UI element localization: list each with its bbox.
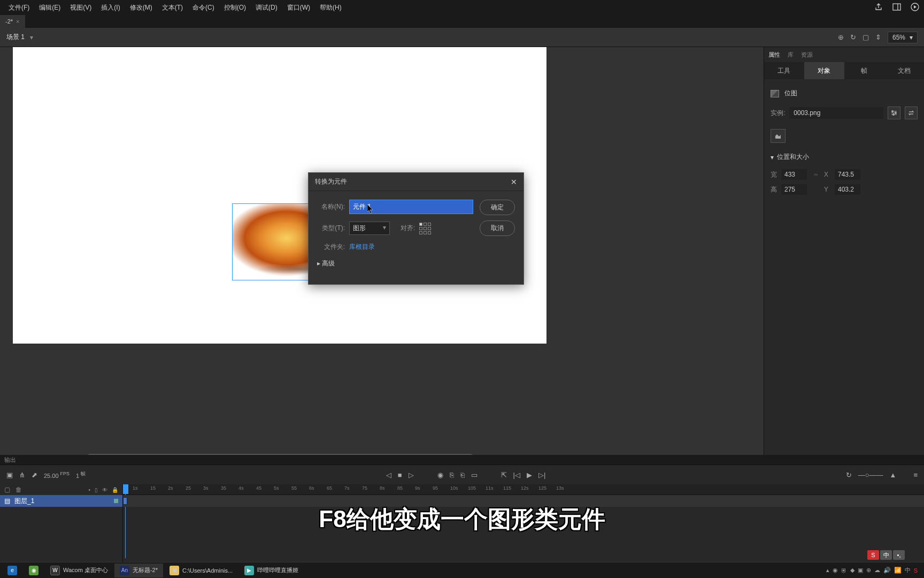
remove-frame-icon[interactable]: ⎗ xyxy=(460,471,465,479)
browser-icon[interactable]: ◉ xyxy=(24,564,44,577)
dialog-titlebar[interactable]: 转换为元件 ✕ xyxy=(309,173,523,191)
insert-frame-icon[interactable]: ⎘ xyxy=(450,471,454,479)
loop-icon[interactable]: ↻ xyxy=(846,471,852,479)
output-panel-label[interactable]: 输出 xyxy=(0,455,924,465)
close-icon[interactable]: × xyxy=(16,18,19,25)
ie-icon[interactable]: e xyxy=(2,564,22,577)
tray-app4-icon[interactable]: ☁ xyxy=(874,567,880,574)
frame-ruler[interactable]: 1s152s253s354s455s556s657s758s859s9510s1… xyxy=(123,484,924,495)
playhead[interactable] xyxy=(123,484,128,495)
symbol-type-select[interactable]: 图形 xyxy=(349,222,390,235)
ok-button[interactable]: 确定 xyxy=(480,200,515,215)
center-stage-icon[interactable]: ⊕ xyxy=(838,33,844,41)
export-icon[interactable]: ⇱ xyxy=(501,471,507,479)
scene-dropdown-icon[interactable]: ▾ xyxy=(30,34,33,41)
menu-window[interactable]: 窗口(W) xyxy=(283,1,314,14)
stop-icon[interactable]: ■ xyxy=(398,471,402,479)
position-size-header[interactable]: ▾ 位置和大小 xyxy=(771,147,918,167)
lock-aspect-icon[interactable]: ⎓ xyxy=(812,169,819,180)
menu-help[interactable]: 帮助(H) xyxy=(315,1,346,14)
tab-assets[interactable]: 资源 xyxy=(801,51,813,59)
settings-icon[interactable] xyxy=(888,107,900,119)
width-input[interactable]: 433 xyxy=(781,169,807,180)
ime-zh-icon[interactable]: 中 xyxy=(880,550,892,560)
play-button-icon[interactable]: ▶ xyxy=(527,471,532,479)
symbol-name-input[interactable]: 元件 1 xyxy=(349,200,473,214)
animate-task[interactable]: An无标题-2* xyxy=(114,564,163,577)
tray-sogou-icon[interactable]: S xyxy=(914,567,918,574)
subtab-object[interactable]: 对象 xyxy=(804,62,844,79)
bilibili-task[interactable]: ▶哔哩哔哩直播姬 xyxy=(239,564,304,577)
menu-insert[interactable]: 插入(I) xyxy=(97,1,124,14)
clip-icon[interactable]: ▢ xyxy=(863,33,869,41)
y-input[interactable]: 403.2 xyxy=(835,184,860,195)
outline-icon[interactable]: ▯ xyxy=(95,487,98,493)
horizontal-scrollbar[interactable] xyxy=(13,454,546,455)
onion-icon[interactable]: ◉ xyxy=(437,471,443,479)
subtab-doc[interactable]: 文档 xyxy=(884,62,924,79)
keyframe[interactable] xyxy=(123,497,127,505)
tab-library[interactable]: 库 xyxy=(788,51,794,59)
step-fwd-icon[interactable]: ▷| xyxy=(538,471,545,479)
delete-layer-icon[interactable]: 🗑 xyxy=(16,486,22,493)
tray-app1-icon[interactable]: ◆ xyxy=(850,567,854,574)
x-input[interactable]: 743.5 xyxy=(835,169,860,180)
tray-ime-zh[interactable]: 中 xyxy=(905,566,911,574)
hierarchy-icon[interactable]: ⋔ xyxy=(19,471,25,479)
cancel-button[interactable]: 取消 xyxy=(480,220,515,236)
zoom-slider[interactable]: —○—— xyxy=(858,471,883,479)
keyframe-icon[interactable]: ▭ xyxy=(471,471,478,479)
menu-view[interactable]: 视图(V) xyxy=(66,1,96,14)
prev-icon[interactable]: ◁ xyxy=(386,471,391,479)
menu-icon[interactable]: ≡ xyxy=(913,471,918,479)
tray-nvidia-icon[interactable]: ◉ xyxy=(833,567,838,574)
tray-app3-icon[interactable]: ⊕ xyxy=(866,567,871,574)
new-folder-icon[interactable]: ▢ xyxy=(4,486,10,493)
registration-grid[interactable] xyxy=(419,223,431,234)
zoom-select[interactable]: 65% ▾ xyxy=(888,32,918,43)
advanced-toggle[interactable]: ▸ 高级 xyxy=(317,259,335,268)
menu-edit[interactable]: 编辑(E) xyxy=(35,1,65,14)
fps-value[interactable]: 25.00 xyxy=(44,472,59,478)
scrollbar-thumb[interactable] xyxy=(88,454,473,455)
fit-icon[interactable]: ▲ xyxy=(890,471,897,479)
menu-modify[interactable]: 修改(M) xyxy=(126,1,157,14)
layer-row[interactable]: ▤ 图层_1 xyxy=(0,495,122,507)
menu-debug[interactable]: 调试(D) xyxy=(251,1,282,14)
stretch-icon[interactable]: ⇕ xyxy=(875,33,881,41)
ime-s-icon[interactable]: S xyxy=(867,550,879,560)
step-back-icon[interactable]: |◁ xyxy=(513,471,520,479)
subtab-frame[interactable]: 帧 xyxy=(844,62,884,79)
folder-link[interactable]: 库根目录 xyxy=(349,242,375,252)
rotate-icon[interactable]: ↻ xyxy=(850,33,856,41)
tray-shield-icon[interactable]: ⛨ xyxy=(841,567,847,574)
menu-commands[interactable]: 命令(C) xyxy=(188,1,219,14)
subtab-tool[interactable]: 工具 xyxy=(764,62,804,79)
tray-volume-icon[interactable]: 🔊 xyxy=(883,567,891,574)
edit-bitmap-button[interactable] xyxy=(771,129,786,143)
play-icon[interactable] xyxy=(910,2,920,12)
tab-properties[interactable]: 属性 xyxy=(768,51,780,59)
scene-name[interactable]: 场景 1 xyxy=(6,33,25,42)
ime-punct-icon[interactable]: •, xyxy=(893,550,905,560)
tray-network-icon[interactable]: 📶 xyxy=(894,567,902,574)
visibility-icon[interactable]: 👁 xyxy=(102,487,107,493)
explorer-task[interactable]: ▣C:\Users\Adminis... xyxy=(164,564,238,577)
height-input[interactable]: 275 xyxy=(781,184,807,195)
tray-up-icon[interactable]: ▴ xyxy=(826,567,829,574)
graph-icon[interactable]: ⬈ xyxy=(32,471,37,479)
tray-app2-icon[interactable]: ▣ xyxy=(858,567,863,574)
workspace-icon[interactable] xyxy=(892,2,902,12)
lock-icon[interactable]: 🔒 xyxy=(112,487,118,493)
highlight-icon[interactable]: • xyxy=(88,487,90,493)
share-icon[interactable] xyxy=(874,2,883,12)
document-tab[interactable]: -2* × xyxy=(0,15,25,28)
swap-icon[interactable] xyxy=(905,107,918,119)
menu-file[interactable]: 文件(F) xyxy=(4,1,34,14)
next-icon[interactable]: ▷ xyxy=(409,471,414,479)
dialog-close-button[interactable]: ✕ xyxy=(511,178,517,186)
menu-text[interactable]: 文本(T) xyxy=(158,1,187,14)
menu-control[interactable]: 控制(O) xyxy=(220,1,250,14)
camera-icon[interactable]: ▣ xyxy=(6,471,13,479)
wacom-task[interactable]: WWacom 桌面中心 xyxy=(45,564,113,577)
